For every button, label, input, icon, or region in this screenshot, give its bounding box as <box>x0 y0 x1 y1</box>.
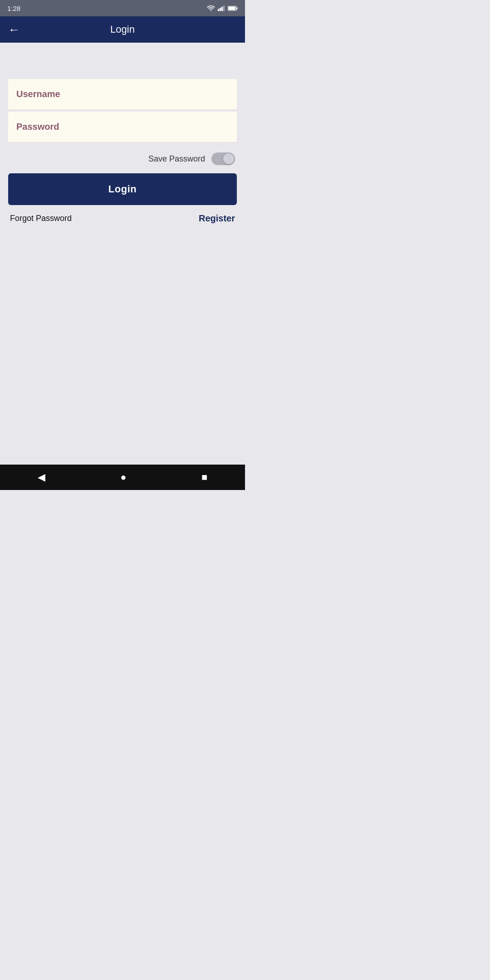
status-bar: 1:28 <box>0 0 245 16</box>
battery-icon <box>228 5 238 11</box>
nav-recent-button[interactable]: ■ <box>201 471 207 483</box>
save-password-toggle[interactable] <box>211 152 235 165</box>
save-password-row: Save Password <box>8 144 237 173</box>
svg-rect-0 <box>218 9 219 11</box>
svg-rect-1 <box>220 8 221 11</box>
save-password-label: Save Password <box>148 154 205 164</box>
back-button[interactable]: ← <box>8 24 20 35</box>
toggle-thumb <box>223 153 234 164</box>
password-wrapper <box>8 112 237 142</box>
bottom-nav-bar: ◀ ● ■ <box>0 465 245 490</box>
signal-icon <box>218 5 225 11</box>
status-icons <box>207 5 238 11</box>
password-input[interactable] <box>8 112 237 142</box>
username-wrapper <box>8 79 237 110</box>
forgot-password-link[interactable]: Forgot Password <box>10 214 72 223</box>
login-button[interactable]: Login <box>8 173 237 205</box>
app-bar-title: Login <box>110 24 135 35</box>
nav-back-button[interactable]: ◀ <box>38 471 45 483</box>
app-bar: ← Login <box>0 16 245 43</box>
links-row: Forgot Password Register <box>8 213 237 224</box>
status-time: 1:28 <box>7 5 20 12</box>
svg-rect-5 <box>236 7 237 10</box>
username-input[interactable] <box>8 79 237 110</box>
nav-home-button[interactable]: ● <box>120 471 126 483</box>
wifi-icon <box>207 5 215 11</box>
svg-rect-2 <box>221 7 223 11</box>
login-form-container: Save Password Login Forgot Password Regi… <box>0 43 245 224</box>
register-link[interactable]: Register <box>199 213 235 224</box>
svg-rect-6 <box>228 6 235 10</box>
svg-rect-3 <box>223 5 225 11</box>
